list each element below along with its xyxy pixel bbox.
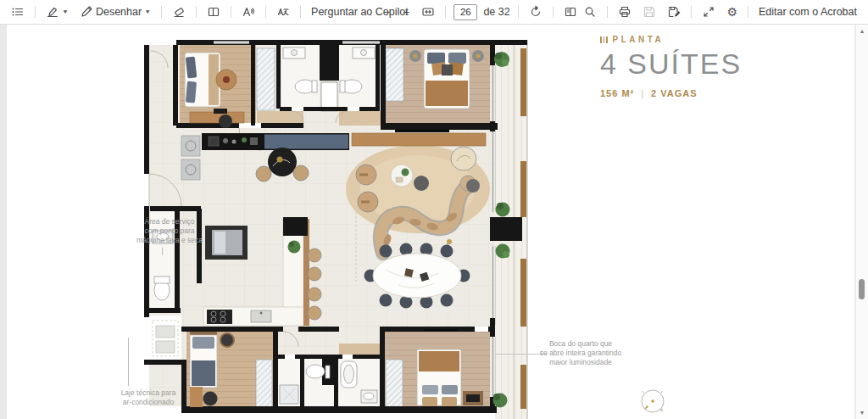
planta-bars-icon bbox=[600, 36, 608, 43]
side-table bbox=[466, 179, 480, 193]
scroll-up-arrow[interactable]: ▲ bbox=[856, 28, 868, 34]
divider bbox=[691, 6, 692, 18]
page-view-button[interactable] bbox=[561, 3, 580, 20]
page-number-input[interactable] bbox=[453, 4, 477, 20]
divider bbox=[607, 6, 608, 18]
draw-button-label: Desenhar bbox=[96, 6, 142, 18]
divider bbox=[518, 6, 519, 18]
pen-icon bbox=[80, 5, 93, 19]
coffee-table bbox=[391, 165, 413, 187]
zoom-out-button[interactable]: − bbox=[380, 5, 393, 19]
compass-rose bbox=[634, 383, 671, 419]
draw-button[interactable]: Desenhar▼ bbox=[77, 3, 153, 20]
dining-table bbox=[373, 254, 461, 298]
save-icon bbox=[643, 5, 656, 19]
plant-icon bbox=[288, 241, 301, 254]
compass-icon bbox=[634, 383, 671, 419]
lounge-chair bbox=[451, 147, 476, 170]
chevron-down-icon: ▼ bbox=[62, 8, 69, 14]
fullscreen-icon bbox=[702, 5, 715, 19]
plan-title-block: PLANTA 4 SUÍTES 156 M² | 2 VAGAS bbox=[600, 35, 787, 98]
highlighter-icon bbox=[46, 5, 59, 19]
app-window: ▼ Desenhar▼ Perguntar ao Copilot − + de … bbox=[0, 0, 868, 419]
scroll-down-arrow[interactable]: ▼ bbox=[856, 410, 868, 416]
toc-icon bbox=[11, 5, 25, 19]
read-aloud-icon bbox=[242, 5, 255, 19]
eraser-button[interactable] bbox=[170, 3, 188, 20]
toolbar-center-group: − + de 32 bbox=[380, 0, 580, 24]
page-total-label: de 32 bbox=[483, 6, 509, 18]
plan-eyebrow: PLANTA bbox=[600, 35, 787, 44]
toolbar-right-group: ⚙ Editar com o Acrobat bbox=[581, 0, 860, 24]
chevron-down-icon: ▼ bbox=[144, 8, 151, 14]
text-box-icon bbox=[207, 5, 220, 19]
plan-area: 156 M² bbox=[600, 88, 634, 98]
translate-icon bbox=[276, 5, 290, 19]
console-bench bbox=[352, 133, 486, 146]
save-button[interactable] bbox=[640, 3, 659, 20]
annotation-leader-line bbox=[162, 248, 163, 255]
vertical-scrollbar[interactable]: ▲ ▼ bbox=[855, 25, 868, 419]
bar-table bbox=[268, 148, 297, 176]
search-button[interactable] bbox=[581, 3, 599, 20]
printer-icon bbox=[618, 5, 632, 19]
divider bbox=[231, 6, 231, 18]
annotation-leader-line bbox=[495, 354, 548, 355]
divider bbox=[445, 6, 446, 18]
table-of-contents-button[interactable] bbox=[8, 3, 27, 20]
bar-chair bbox=[293, 165, 309, 181]
fullscreen-button[interactable] bbox=[699, 3, 718, 20]
divider bbox=[300, 6, 301, 18]
search-icon bbox=[583, 5, 597, 19]
save-as-button[interactable] bbox=[665, 3, 683, 20]
annotation-leader-line bbox=[128, 338, 129, 386]
highlighter-button[interactable]: ▼ bbox=[43, 3, 71, 20]
cooktop bbox=[207, 310, 232, 324]
scrollbar-thumb[interactable] bbox=[859, 279, 865, 299]
edit-with-acrobat-button[interactable]: Editar com o Acrobat bbox=[756, 4, 860, 20]
divider bbox=[748, 6, 748, 18]
annotation-service-area: Área de serviço com ponto para máquina l… bbox=[110, 217, 229, 245]
pdf-page: PLANTA 4 SUÍTES 156 M² | 2 VAGAS Área de… bbox=[7, 25, 854, 419]
plan-eyebrow-label: PLANTA bbox=[613, 35, 665, 44]
translate-button[interactable] bbox=[274, 3, 292, 20]
eraser-icon bbox=[172, 5, 186, 19]
two-page-view-icon bbox=[564, 5, 577, 19]
gear-icon: ⚙ bbox=[726, 6, 737, 18]
plan-parking: 2 VAGAS bbox=[651, 88, 697, 98]
annotation-technical-slab: Laje técnica para ar-condicionado bbox=[81, 388, 216, 407]
fit-width-button[interactable] bbox=[419, 3, 437, 20]
print-button[interactable] bbox=[615, 3, 634, 20]
divider bbox=[265, 6, 266, 18]
toolbar-left-group: ▼ Desenhar▼ Perguntar ao Copilot bbox=[8, 0, 411, 24]
edit-with-acrobat-label: Editar com o Acrobat bbox=[759, 6, 857, 18]
pdf-toolbar: ▼ Desenhar▼ Perguntar ao Copilot − + de … bbox=[0, 0, 868, 25]
rotate-icon bbox=[529, 5, 542, 19]
fit-width-icon bbox=[421, 5, 435, 19]
divider bbox=[553, 6, 554, 18]
save-as-icon bbox=[667, 5, 681, 19]
read-aloud-button[interactable] bbox=[239, 3, 258, 20]
spec-separator: | bbox=[641, 88, 644, 98]
settings-button[interactable]: ⚙ bbox=[724, 4, 740, 20]
add-text-button[interactable] bbox=[204, 3, 223, 20]
zoom-in-button[interactable]: + bbox=[399, 5, 413, 19]
rotate-button[interactable] bbox=[526, 3, 545, 20]
divider bbox=[161, 6, 162, 18]
bar-chair bbox=[256, 166, 271, 182]
plant-icon bbox=[402, 169, 409, 176]
side-table bbox=[414, 176, 429, 191]
plan-specs: 156 M² | 2 VAGAS bbox=[600, 88, 787, 98]
divider bbox=[196, 6, 197, 18]
plan-title: 4 SUÍTES bbox=[600, 47, 787, 81]
divider bbox=[35, 6, 36, 18]
